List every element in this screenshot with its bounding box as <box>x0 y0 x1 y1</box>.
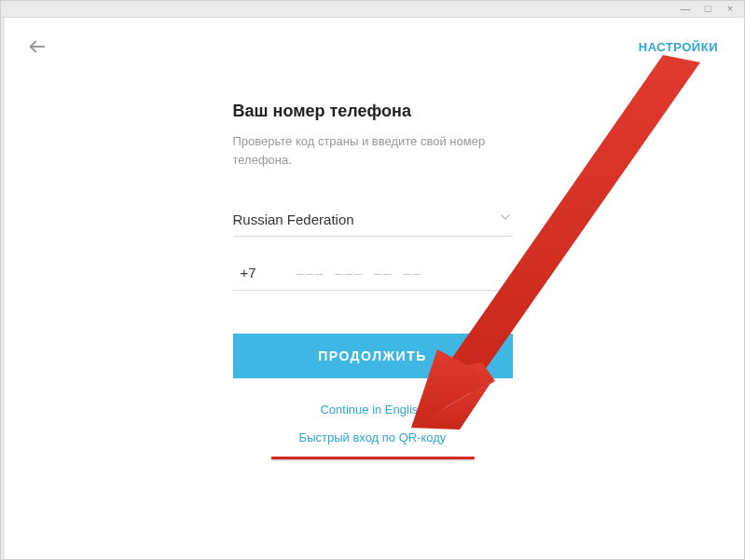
maximize-button[interactable]: □ <box>701 4 714 14</box>
titlebar: — □ × <box>1 1 744 18</box>
dial-code: +7 <box>241 265 274 280</box>
country-selector[interactable]: Russian Federation <box>233 210 513 237</box>
annotation-underline <box>271 457 475 459</box>
continue-english-link[interactable]: Continue in English <box>320 403 424 417</box>
settings-link[interactable]: НАСТРОЙКИ <box>639 40 718 54</box>
phone-input-row[interactable]: +7 ––– ––– –– –– <box>233 265 513 291</box>
page-subtitle: Проверьте код страны и введите свой номе… <box>233 132 513 169</box>
left-edge-decoration <box>1 18 5 559</box>
login-form: Ваш номер телефона Проверьте код страны … <box>233 102 513 459</box>
country-name: Russian Federation <box>233 212 354 227</box>
header: НАСТРОЙКИ <box>1 18 744 57</box>
minimize-button[interactable]: — <box>679 4 692 14</box>
phone-input[interactable]: ––– ––– –– –– <box>297 266 423 280</box>
qr-login-link[interactable]: Быстрый вход по QR-коду <box>299 430 447 444</box>
page-title: Ваш номер телефона <box>233 102 513 121</box>
back-arrow-icon[interactable] <box>27 36 48 57</box>
continue-button[interactable]: ПРОДОЛЖИТЬ <box>233 334 513 378</box>
close-button[interactable]: × <box>724 4 737 14</box>
chevron-down-icon <box>498 210 513 228</box>
app-window: — □ × НАСТРОЙКИ Ваш номер телефона Прове… <box>0 0 745 560</box>
